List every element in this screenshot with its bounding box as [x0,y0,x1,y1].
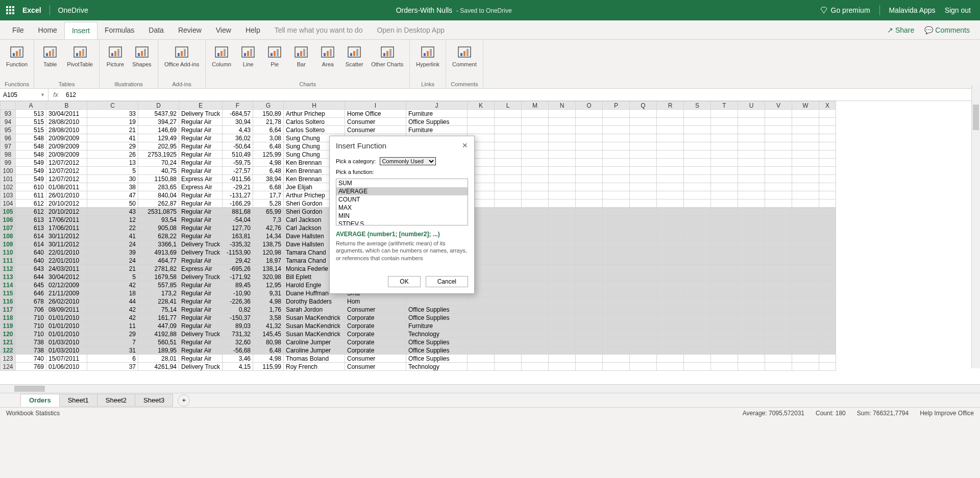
row-header-96[interactable]: 96 [1,134,16,142]
cell-P108[interactable] [603,232,630,240]
cell-V119[interactable] [765,322,792,330]
cell-R124[interactable] [657,363,684,371]
cell-U95[interactable] [738,126,765,134]
cell-O97[interactable] [576,142,603,150]
cell-P117[interactable] [603,306,630,314]
cell-X104[interactable] [819,199,836,208]
cell-U97[interactable] [738,142,765,150]
cell-S99[interactable] [684,159,711,167]
cell-G118[interactable]: 3,58 [253,314,284,322]
cell-X103[interactable] [819,191,836,199]
col-header-S[interactable]: S [684,102,711,110]
cell-M119[interactable] [522,322,549,330]
cell-Q98[interactable] [630,150,657,159]
cell-E111[interactable]: Regular Air [179,257,223,265]
cell-P110[interactable] [603,248,630,257]
cell-C102[interactable]: 38 [87,183,138,191]
cell-L105[interactable] [495,208,522,216]
cell-V124[interactable] [765,363,792,371]
cell-S119[interactable] [684,322,711,330]
name-box[interactable]: A105 ▼ [0,89,48,100]
cell-X107[interactable] [819,224,836,232]
cell-C101[interactable]: 30 [87,175,138,183]
cell-R118[interactable] [657,314,684,322]
cell-V117[interactable] [765,306,792,314]
cell-R93[interactable] [657,110,684,118]
row-header-115[interactable]: 115 [1,289,16,297]
cell-B114[interactable]: 02/12/2009 [46,281,87,289]
cell-B97[interactable]: 20/09/2009 [46,142,87,150]
cell-R95[interactable] [657,126,684,134]
cell-H119[interactable]: Susan MacKendrick [284,322,345,330]
scrollbar-thumb[interactable] [973,105,979,130]
row-header-121[interactable]: 121 [1,338,16,346]
cell-Q107[interactable] [630,224,657,232]
cell-W106[interactable] [792,216,819,224]
cell-X94[interactable] [819,118,836,126]
cell-R111[interactable] [657,257,684,265]
cell-O122[interactable] [576,346,603,355]
cell-W98[interactable] [792,150,819,159]
cell-X100[interactable] [819,167,836,175]
row-header-109[interactable]: 109 [1,240,16,248]
cell-B118[interactable]: 01/01/2010 [46,314,87,322]
cell-B119[interactable]: 01/01/2010 [46,322,87,330]
cell-V96[interactable] [765,134,792,142]
cell-U104[interactable] [738,199,765,208]
cell-J116[interactable] [406,297,468,306]
cell-A99[interactable]: 549 [16,159,46,167]
cell-X110[interactable] [819,248,836,257]
cell-O102[interactable] [576,183,603,191]
cell-S109[interactable] [684,240,711,248]
cell-A112[interactable]: 643 [16,265,46,273]
ribbon-shapes[interactable]: Shapes [130,43,154,68]
cell-X113[interactable] [819,273,836,281]
cell-C103[interactable]: 47 [87,191,138,199]
cell-D97[interactable]: 202,95 [138,142,179,150]
cell-A95[interactable]: 515 [16,126,46,134]
cell-R114[interactable] [657,281,684,289]
cell-J119[interactable]: Furniture [406,322,468,330]
cell-G98[interactable]: 125,99 [253,150,284,159]
cell-V93[interactable] [765,110,792,118]
cell-S111[interactable] [684,257,711,265]
cell-B124[interactable]: 01/06/2010 [46,363,87,371]
cell-Q124[interactable] [630,363,657,371]
cell-T99[interactable] [711,159,738,167]
cell-L106[interactable] [495,216,522,224]
cell-C117[interactable]: 42 [87,306,138,314]
row-header-100[interactable]: 100 [1,167,16,175]
row-header-116[interactable]: 116 [1,297,16,306]
cell-U108[interactable] [738,232,765,240]
cell-B110[interactable]: 22/01/2010 [46,248,87,257]
cell-R120[interactable] [657,330,684,338]
cell-S122[interactable] [684,346,711,355]
cell-V118[interactable] [765,314,792,322]
cell-D98[interactable]: 2753,1925 [138,150,179,159]
cell-B100[interactable]: 12/07/2012 [46,167,87,175]
cell-B116[interactable]: 26/02/2010 [46,297,87,306]
cell-F113[interactable]: -171,92 [223,273,253,281]
cell-T108[interactable] [711,232,738,240]
cell-H94[interactable]: Carlos Soltero [284,118,345,126]
cell-X93[interactable] [819,110,836,118]
cell-W94[interactable] [792,118,819,126]
cell-S103[interactable] [684,191,711,199]
cell-G105[interactable]: 65,99 [253,208,284,216]
cell-P100[interactable] [603,167,630,175]
cell-D115[interactable]: 173,2 [138,289,179,297]
cell-G115[interactable]: 9,31 [253,289,284,297]
cell-L114[interactable] [495,281,522,289]
cell-W96[interactable] [792,134,819,142]
cell-B103[interactable]: 26/01/2010 [46,191,87,199]
cell-K120[interactable] [468,330,495,338]
cell-L107[interactable] [495,224,522,232]
cell-F118[interactable]: -150,37 [223,314,253,322]
cell-P98[interactable] [603,150,630,159]
cell-K118[interactable] [468,314,495,322]
cell-O114[interactable] [576,281,603,289]
cell-I117[interactable]: Consumer [345,306,406,314]
cell-N113[interactable] [549,273,576,281]
cell-D105[interactable]: 2531,0875 [138,208,179,216]
cell-R110[interactable] [657,248,684,257]
